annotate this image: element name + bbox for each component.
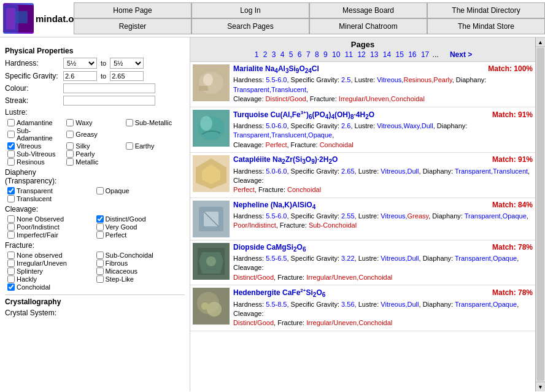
nav-message-board[interactable]: Message Board bbox=[309, 2, 427, 18]
fracture-conchoidal-cb[interactable] bbox=[7, 283, 15, 291]
mineral-name-diopside[interactable]: Diopside CaMgSi2O6 bbox=[233, 243, 306, 253]
cleavage-distinct-cb[interactable] bbox=[96, 215, 104, 223]
scrollbar-up-arrow[interactable]: ▲ bbox=[536, 37, 545, 47]
mineral-props-turquoise: Hardness: 5.0-6.0, Specific Gravity: 2.6… bbox=[233, 121, 533, 150]
hardness-from-select[interactable]: 5½ bbox=[63, 58, 97, 69]
mineral-item-catapleiite: Catapléiite Na2Zr(Si3O9)·2H2O Match: 91%… bbox=[190, 153, 535, 198]
lustre-waxy-cb[interactable] bbox=[66, 119, 74, 126]
mineral-name-marialite[interactable]: Marialite Na4Al3Si9O24Cl bbox=[233, 64, 319, 74]
fracture-subconchoidal-cb[interactable] bbox=[96, 252, 104, 259]
page-link-5[interactable]: 5 bbox=[289, 50, 293, 59]
page-link-4[interactable]: 4 bbox=[280, 50, 285, 59]
pages-title: Pages bbox=[195, 40, 530, 49]
mineral-name-hedenbergite[interactable]: Hedenbergite CaFe2+Si2O6 bbox=[233, 288, 325, 298]
hardness-to-select[interactable]: 5½ bbox=[110, 58, 144, 69]
nav-login[interactable]: Log In bbox=[191, 2, 309, 18]
lustre-subvitreous-cb[interactable] bbox=[7, 150, 15, 158]
mineral-info-nepheline: Nepheline (Na,K)AlSiO4 Match: 84% Hardne… bbox=[233, 201, 533, 237]
page-link-16[interactable]: 16 bbox=[408, 50, 416, 59]
colour-input[interactable] bbox=[63, 83, 155, 93]
lustre-submetallic-cb[interactable] bbox=[126, 119, 133, 126]
lustre-resinous-cb[interactable] bbox=[7, 158, 15, 166]
page-link-2[interactable]: 2 bbox=[263, 50, 268, 59]
lustre-subvitreous: Sub-Vitreous bbox=[7, 150, 66, 158]
cleavage-imperfect-cb[interactable] bbox=[7, 231, 15, 239]
fracture-fibrous: Fibrous bbox=[96, 259, 185, 267]
physical-properties-title: Physical Properties bbox=[5, 44, 185, 55]
lustre-earthy-cb[interactable] bbox=[126, 142, 133, 150]
page-link-15[interactable]: 15 bbox=[395, 50, 403, 59]
lustre-adamantine-cb[interactable] bbox=[7, 119, 15, 126]
lustre-submetallic: Sub-Metallic bbox=[126, 119, 185, 126]
lustre-subadamantine-cb[interactable] bbox=[7, 131, 15, 138]
nav-store[interactable]: The Mindat Store bbox=[427, 18, 545, 34]
page-link-14[interactable]: 14 bbox=[383, 50, 391, 59]
page-link-7[interactable]: 7 bbox=[306, 50, 311, 59]
cleavage-perfect: Perfect bbox=[96, 231, 185, 239]
fracture-steplike-cb[interactable] bbox=[96, 275, 104, 283]
fracture-splintery-cb[interactable] bbox=[7, 267, 15, 275]
page-link-1[interactable]: 1 bbox=[255, 50, 259, 59]
cleavage-none-cb[interactable] bbox=[7, 215, 15, 223]
scrollbar-down-arrow[interactable]: ▼ bbox=[536, 382, 545, 391]
page-link-12[interactable]: 12 bbox=[357, 50, 365, 59]
sg-from-input[interactable] bbox=[63, 71, 97, 81]
diaphaneity-transparent-cb[interactable] bbox=[7, 187, 15, 194]
page-link-11[interactable]: 11 bbox=[345, 50, 353, 59]
cleavage-perfect-cb[interactable] bbox=[96, 231, 104, 239]
fracture-hackly: Hackly bbox=[7, 275, 96, 283]
mineral-name-catapleiite[interactable]: Catapléiite Na2Zr(Si3O9)·2H2O bbox=[233, 155, 338, 165]
nav-register[interactable]: Register bbox=[74, 18, 191, 34]
scrollbar-thumb[interactable] bbox=[536, 48, 544, 381]
mineral-info-catapleiite: Catapléiite Na2Zr(Si3O9)·2H2O Match: 91%… bbox=[233, 155, 533, 195]
diaphaneity-translucent-cb[interactable] bbox=[7, 195, 15, 202]
lustre-vitreous-cb[interactable] bbox=[7, 142, 15, 150]
nav-row-2: Register Search Pages Mineral Chatroom T… bbox=[74, 18, 545, 34]
nav-search-pages[interactable]: Search Pages bbox=[191, 18, 309, 34]
mineral-name-row-nepheline: Nepheline (Na,K)AlSiO4 Match: 84% bbox=[233, 201, 533, 210]
lustre-greasy-cb[interactable] bbox=[66, 131, 74, 138]
diaphaneity-opaque-cb[interactable] bbox=[96, 187, 104, 194]
cleavage-verygood-cb[interactable] bbox=[96, 223, 104, 231]
sg-to-input[interactable] bbox=[110, 71, 144, 81]
page-link-17[interactable]: 17 bbox=[421, 50, 429, 59]
cleavage-poor-cb[interactable] bbox=[7, 223, 15, 231]
next-button[interactable]: Next > bbox=[450, 50, 472, 59]
page-link-6[interactable]: 6 bbox=[298, 50, 302, 59]
mineral-thumb-marialite bbox=[193, 64, 230, 101]
fracture-micaceous-cb[interactable] bbox=[96, 267, 104, 275]
hardness-input-group: 5½ to 5½ bbox=[63, 58, 144, 69]
fracture-hackly-cb[interactable] bbox=[7, 275, 15, 283]
lustre-silky-cb[interactable] bbox=[66, 142, 74, 150]
diaphaneity-transparent: Transparent bbox=[7, 187, 96, 194]
nav-home[interactable]: Home Page bbox=[74, 2, 191, 18]
logo: mindat.org bbox=[0, 0, 74, 37]
svg-rect-7 bbox=[199, 86, 208, 91]
page-ellipsis: ... bbox=[433, 50, 439, 59]
mineral-name-row-diopside: Diopside CaMgSi2O6 Match: 78% bbox=[233, 243, 533, 253]
nav-chatroom[interactable]: Mineral Chatroom bbox=[309, 18, 427, 34]
lustre-pearly-cb[interactable] bbox=[66, 150, 74, 158]
page-link-13[interactable]: 13 bbox=[370, 50, 378, 59]
mineral-name-row-turquoise: Turquoise Cu(Al,Fe3+)6(PO4)4(OH)8·4H2O M… bbox=[233, 110, 533, 120]
page-link-9[interactable]: 9 bbox=[323, 50, 328, 59]
page-link-3[interactable]: 3 bbox=[272, 50, 276, 59]
streak-input[interactable] bbox=[63, 96, 155, 106]
right-panel: Pages 1 2 3 4 5 6 7 8 9 10 11 12 13 14 1… bbox=[190, 37, 535, 391]
page-link-8[interactable]: 8 bbox=[315, 50, 319, 59]
page-link-10[interactable]: 10 bbox=[332, 50, 340, 59]
mineral-props-nepheline: Hardness: 5.5-6.0, Specific Gravity: 2.5… bbox=[233, 212, 533, 231]
mineral-props-catapleiite: Hardness: 5.0-6.0, Specific Gravity: 2.6… bbox=[233, 167, 533, 195]
diaphaneity-opaque: Opaque bbox=[96, 187, 185, 194]
lustre-grid: Adamantine Waxy Sub-Metallic Sub-Adamant… bbox=[5, 119, 185, 166]
lustre-metallic-cb[interactable] bbox=[66, 158, 74, 166]
mineral-name-nepheline[interactable]: Nepheline (Na,K)AlSiO4 bbox=[233, 201, 315, 210]
right-scrollbar[interactable]: ▲ ▼ bbox=[535, 37, 545, 391]
fracture-fibrous-cb[interactable] bbox=[96, 259, 104, 267]
fracture-irregular-cb[interactable] bbox=[7, 259, 15, 267]
fracture-none-cb[interactable] bbox=[7, 252, 15, 259]
cleavage-label: Cleavage: bbox=[5, 205, 63, 213]
mineral-item-nepheline: Nepheline (Na,K)AlSiO4 Match: 84% Hardne… bbox=[190, 198, 535, 240]
nav-directory[interactable]: The Mindat Directory bbox=[427, 2, 545, 18]
mineral-name-turquoise[interactable]: Turquoise Cu(Al,Fe3+)6(PO4)4(OH)8·4H2O bbox=[233, 110, 374, 120]
